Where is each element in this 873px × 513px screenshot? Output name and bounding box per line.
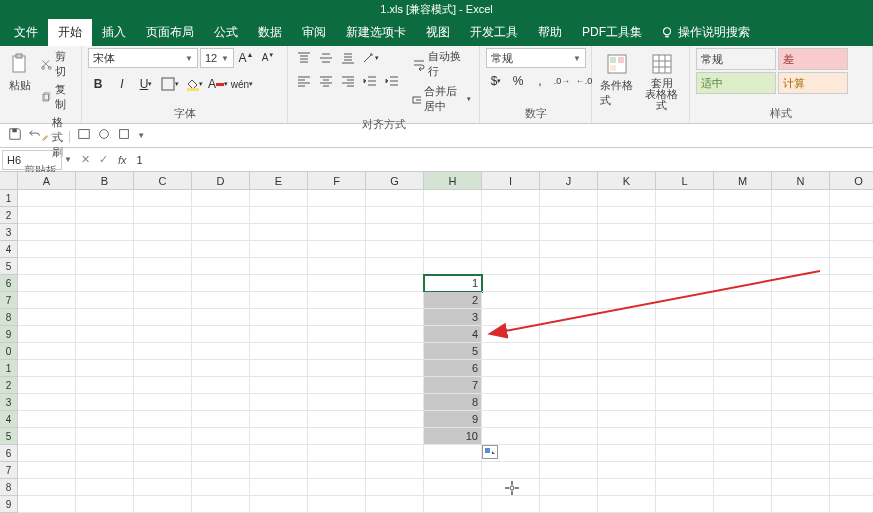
tab-formulas[interactable]: 公式 (204, 19, 248, 46)
cell[interactable] (18, 462, 76, 479)
cell[interactable] (192, 224, 250, 241)
cell[interactable] (76, 275, 134, 292)
cell[interactable] (192, 207, 250, 224)
cell[interactable] (714, 411, 772, 428)
decrease-font-button[interactable]: A▼ (258, 48, 278, 68)
row-header[interactable]: 7 (0, 462, 18, 479)
cell[interactable] (76, 292, 134, 309)
col-header[interactable]: I (482, 172, 540, 190)
cell[interactable] (482, 292, 540, 309)
cell[interactable] (250, 343, 308, 360)
cell[interactable] (18, 241, 76, 258)
cell[interactable] (830, 394, 873, 411)
cell[interactable] (134, 258, 192, 275)
cell[interactable] (192, 360, 250, 377)
cell[interactable] (250, 275, 308, 292)
cell[interactable] (714, 326, 772, 343)
font-name-combo[interactable]: 宋体▼ (88, 48, 198, 68)
cell[interactable] (308, 377, 366, 394)
cell[interactable] (540, 479, 598, 496)
cell[interactable] (482, 394, 540, 411)
align-center-button[interactable] (316, 71, 336, 91)
tab-home[interactable]: 开始 (48, 19, 92, 46)
cell[interactable] (192, 394, 250, 411)
row-header[interactable]: 3 (0, 224, 18, 241)
cell[interactable] (598, 275, 656, 292)
cancel-formula-button[interactable]: ✕ (78, 152, 94, 168)
row-header[interactable]: 9 (0, 496, 18, 513)
cell[interactable]: 7 (424, 377, 482, 394)
cell[interactable] (656, 292, 714, 309)
cell[interactable] (134, 428, 192, 445)
cell[interactable] (134, 292, 192, 309)
tab-file[interactable]: 文件 (4, 19, 48, 46)
cell[interactable] (250, 394, 308, 411)
cell[interactable] (598, 241, 656, 258)
cell[interactable] (714, 343, 772, 360)
cell[interactable] (714, 275, 772, 292)
align-middle-button[interactable] (316, 48, 336, 68)
style-calc[interactable]: 计算 (778, 72, 848, 94)
cell[interactable] (598, 190, 656, 207)
row-header[interactable]: 1 (0, 190, 18, 207)
row-header[interactable]: 5 (0, 428, 18, 445)
font-color-button[interactable]: A▾ (208, 74, 228, 94)
cell[interactable] (134, 326, 192, 343)
cell[interactable] (540, 224, 598, 241)
cell[interactable] (540, 343, 598, 360)
cell[interactable] (18, 377, 76, 394)
cell[interactable] (540, 462, 598, 479)
cell[interactable] (830, 360, 873, 377)
number-format-combo[interactable]: 常规▼ (486, 48, 586, 68)
cell[interactable] (598, 411, 656, 428)
cell[interactable] (18, 411, 76, 428)
cell[interactable] (18, 224, 76, 241)
qat-btn-3[interactable] (117, 127, 131, 144)
cell[interactable] (714, 292, 772, 309)
cell[interactable] (598, 496, 656, 513)
cell[interactable] (656, 411, 714, 428)
cell[interactable] (772, 275, 830, 292)
cell[interactable] (830, 326, 873, 343)
cell[interactable] (540, 428, 598, 445)
cell[interactable] (424, 496, 482, 513)
cell[interactable] (714, 496, 772, 513)
cell[interactable] (366, 241, 424, 258)
select-all-corner[interactable] (0, 172, 18, 190)
cell[interactable] (76, 360, 134, 377)
cell[interactable] (482, 377, 540, 394)
cell[interactable] (830, 462, 873, 479)
cell[interactable] (250, 377, 308, 394)
cell[interactable] (714, 462, 772, 479)
cell[interactable] (598, 258, 656, 275)
cell[interactable] (598, 428, 656, 445)
cell[interactable] (772, 258, 830, 275)
cell[interactable] (366, 292, 424, 309)
cell[interactable] (714, 258, 772, 275)
row-header[interactable]: 3 (0, 394, 18, 411)
row-header[interactable]: 2 (0, 207, 18, 224)
cell[interactable] (366, 428, 424, 445)
cell[interactable] (18, 326, 76, 343)
cell[interactable] (308, 275, 366, 292)
cell[interactable] (192, 445, 250, 462)
cell[interactable] (192, 496, 250, 513)
tab-data[interactable]: 数据 (248, 19, 292, 46)
orientation-button[interactable]: ▾ (360, 48, 380, 68)
cell[interactable] (134, 224, 192, 241)
cell[interactable] (192, 343, 250, 360)
cell[interactable] (540, 292, 598, 309)
cell[interactable] (18, 479, 76, 496)
cell[interactable] (18, 360, 76, 377)
cell[interactable] (250, 496, 308, 513)
tab-insert[interactable]: 插入 (92, 19, 136, 46)
cell[interactable] (772, 190, 830, 207)
cell[interactable] (714, 241, 772, 258)
tab-review[interactable]: 审阅 (292, 19, 336, 46)
row-header[interactable]: 4 (0, 241, 18, 258)
cell[interactable] (308, 309, 366, 326)
cell[interactable] (250, 479, 308, 496)
cell[interactable] (772, 224, 830, 241)
col-header[interactable]: O (830, 172, 873, 190)
cell[interactable] (598, 207, 656, 224)
